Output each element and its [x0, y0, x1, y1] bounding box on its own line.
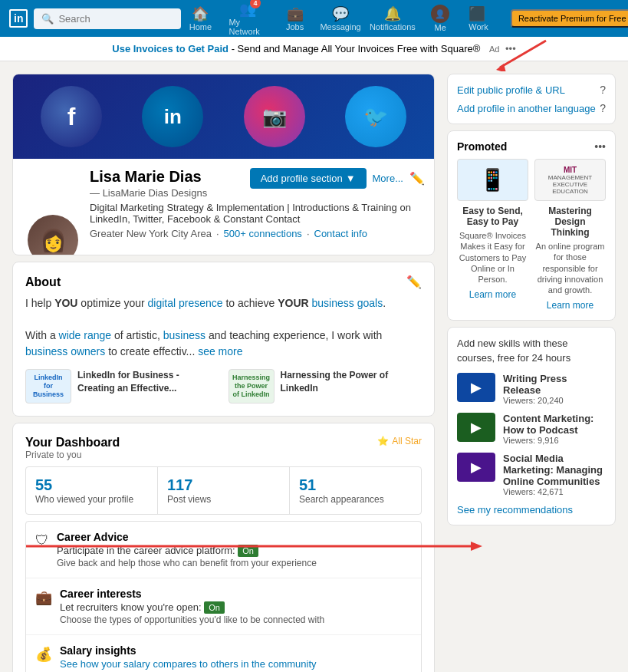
play-icon-2: ▶: [471, 419, 482, 436]
nav-work[interactable]: ⬛ Work: [462, 2, 508, 35]
salary-insights-title: Salary insights: [60, 644, 412, 657]
facebook-blob: f: [41, 86, 102, 147]
dashboard-card: Your Dashboard Private to you ⭐ All Star…: [12, 423, 435, 672]
mit-thumb: MIT MANAGEMENT EXECUTIVE EDUCATION: [534, 159, 606, 201]
nav-jobs[interactable]: 💼 Jobs: [276, 2, 314, 35]
see-recommendations-link[interactable]: See my recommendations: [457, 504, 606, 516]
career-advice-title: Career Advice: [57, 531, 412, 543]
career-section: 🛡 Career Advice Participate in the caree…: [25, 521, 422, 672]
course-viewers-1: Viewers: 20,240: [503, 396, 606, 405]
premium-button[interactable]: Reactivate Premium for Free: [511, 9, 628, 28]
business-link[interactable]: business: [163, 329, 205, 341]
contact-info-link[interactable]: Contact info: [314, 228, 367, 239]
network-badge: 4: [250, 0, 261, 8]
career-advice-desc: Give back and help those who can benefit…: [57, 558, 412, 568]
course-viewers-2: Viewers: 9,916: [503, 436, 606, 445]
profile-location: Greater New York City Area · 500+ connec…: [90, 228, 422, 239]
course-info-3: Social Media Marketing: Managing Online …: [503, 453, 606, 496]
career-interests-desc: Choose the types of opportunities you'd …: [60, 614, 412, 625]
ad-link[interactable]: Use Invoices to Get Paid: [112, 43, 229, 54]
profile-views-label: Who viewed your profile: [35, 494, 148, 505]
nav-network-label: My Network: [229, 18, 266, 36]
nav-home[interactable]: 🏠 Home: [181, 2, 219, 35]
promoted-item-mit: MIT MANAGEMENT EXECUTIVE EDUCATION Maste…: [534, 159, 606, 311]
more-button[interactable]: More...: [373, 173, 403, 184]
course-title-1: Writing Press Release: [503, 373, 606, 396]
about-edit-icon[interactable]: ✏️: [406, 275, 422, 289]
avatar-image: 👩: [28, 215, 78, 255]
course-thumb-2: ▶: [457, 413, 495, 442]
courses-card: Add new skills with these courses, free …: [447, 327, 616, 525]
course-info-2: Content Marketing: How to Podcast Viewer…: [503, 413, 606, 445]
career-interests-content: Career interests Let recruiters know you…: [60, 588, 412, 625]
salary-insights-item[interactable]: 💰 Salary insights See how your salary co…: [26, 635, 421, 672]
edit-profile-help-icon[interactable]: ?: [600, 84, 606, 96]
mit-title: Mastering Design Thinking: [534, 206, 606, 238]
digital-presence-link[interactable]: digital presence: [148, 297, 223, 309]
course-item-1[interactable]: ▶ Writing Press Release Viewers: 20,240: [457, 373, 606, 405]
connections-link[interactable]: 500+ connections: [224, 228, 302, 239]
courses-header: Add new skills with these courses, free …: [457, 337, 606, 364]
profile-views-stat[interactable]: 55 Who viewed your profile: [26, 467, 158, 514]
search-appearances-stat[interactable]: 51 Search appearances: [290, 467, 421, 514]
nav-notifications-label: Notifications: [370, 22, 416, 31]
mit-learn-more[interactable]: Learn more: [547, 300, 593, 311]
nav-me[interactable]: 👤 Me: [421, 2, 459, 35]
career-interests-toggle[interactable]: On: [204, 601, 225, 614]
add-language-help-icon[interactable]: ?: [600, 102, 606, 114]
business-owners-link[interactable]: business owners: [25, 345, 105, 357]
post-views-label: Post views: [167, 494, 280, 505]
career-advice-sub: Participate in the career advice platfor…: [57, 545, 412, 556]
promoted-dots[interactable]: •••: [594, 140, 606, 153]
ad-banner: Use Invoices to Get Paid - Send and Mana…: [0, 37, 628, 61]
featured-item-1[interactable]: LinkedIn for Business LinkedIn for Busin…: [25, 369, 219, 404]
about-title: About: [25, 275, 61, 289]
featured-items: LinkedIn for Business LinkedIn for Busin…: [25, 369, 422, 404]
profile-company: — LisaMarie Dias Designs: [90, 187, 422, 199]
career-interests-sub: Let recruiters know you're open: On: [60, 601, 412, 613]
search-appearances-number: 51: [299, 476, 412, 494]
square-learn-more[interactable]: Learn more: [469, 289, 516, 300]
all-star-badge[interactable]: ⭐ All Star: [377, 436, 422, 446]
nav-network[interactable]: 👥4 My Network: [222, 0, 272, 39]
featured-label-1: LinkedIn for Business - Creating an Effe…: [77, 369, 219, 395]
linkedin-logo[interactable]: in: [9, 9, 28, 28]
add-profile-section-button[interactable]: Add profile section ▼: [250, 168, 367, 189]
linkedin-blob: in: [142, 86, 203, 147]
profile-edit-icon[interactable]: ✏️: [409, 171, 425, 186]
course-item-2[interactable]: ▶ Content Marketing: How to Podcast View…: [457, 413, 606, 445]
profile-card: f in 📷 🐦 👩 Add profile section ▼ More...: [12, 74, 435, 255]
career-advice-item[interactable]: 🛡 Career Advice Participate in the caree…: [26, 522, 421, 578]
see-more-link[interactable]: see more: [198, 345, 242, 357]
post-views-stat[interactable]: 117 Post views: [158, 467, 290, 514]
salary-insights-icon: 💰: [35, 646, 52, 663]
search-input[interactable]: [58, 13, 173, 25]
career-interests-item[interactable]: 💼 Career interests Let recruiters know y…: [26, 578, 421, 635]
featured-item-2[interactable]: Harnessing the Power of LinkedIn Harness…: [229, 369, 423, 404]
mit-desc: An online program for those responsible …: [534, 241, 606, 295]
add-language-link[interactable]: Add profile in another language: [457, 103, 596, 114]
edit-profile-card: Edit public profile & URL ? Add profile …: [447, 74, 616, 124]
square-thumb: 📱: [457, 159, 528, 201]
business-goals-link[interactable]: business goals: [312, 297, 383, 309]
career-advice-toggle[interactable]: On: [238, 545, 258, 557]
salary-insights-link[interactable]: See how your salary compares to others i…: [60, 658, 317, 670]
course-item-3[interactable]: ▶ Social Media Marketing: Managing Onlin…: [457, 453, 606, 496]
dropdown-icon: ▼: [346, 173, 356, 184]
ad-more-icon[interactable]: •••: [505, 43, 516, 54]
add-profile-section-label: Add profile section: [261, 173, 343, 184]
promoted-items: 📱 Easy to Send, Easy to Pay Square® Invo…: [457, 159, 606, 311]
career-advice-icon: 🛡: [35, 532, 49, 548]
nav-messaging[interactable]: 💬 Messaging: [317, 2, 364, 35]
about-text-1: I help YOU optimize your digital presenc…: [25, 295, 422, 311]
square-title: Easy to Send, Easy to Pay: [457, 206, 528, 227]
ad-text: - Send and Manage All Your Invoices Free…: [232, 43, 481, 54]
dashboard-private: Private to you: [25, 450, 120, 460]
edit-profile-link[interactable]: Edit public profile & URL: [457, 84, 565, 96]
wide-range-link[interactable]: wide range: [59, 329, 112, 341]
nav-messaging-label: Messaging: [320, 22, 360, 31]
play-icon-1: ▶: [471, 379, 482, 396]
nav-notifications[interactable]: 🔔 Notifications: [367, 2, 419, 35]
nav-me-label: Me: [435, 23, 446, 32]
course-viewers-3: Viewers: 42,671: [503, 487, 606, 496]
